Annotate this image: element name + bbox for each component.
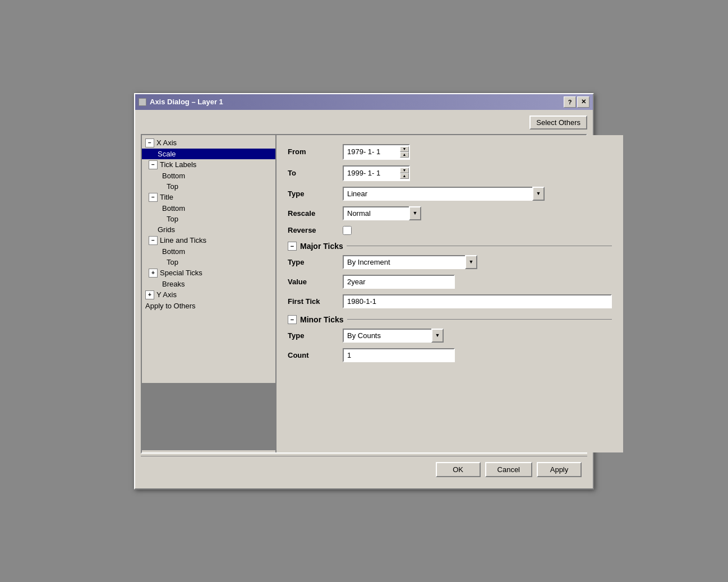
reverse-label: Reverse: [288, 226, 338, 234]
first-tick-row: First Tick: [288, 294, 612, 308]
tree-item-tick-bottom[interactable]: Bottom: [142, 170, 275, 181]
value-row: Value: [288, 275, 612, 289]
tree-item-tick-top[interactable]: Top: [142, 181, 275, 192]
minor-ticks-line: [347, 319, 612, 320]
major-type-row: Type By Increment By Counts None ▼: [288, 255, 612, 269]
tree-item-lt-bottom[interactable]: Bottom: [142, 246, 275, 257]
from-spin-down[interactable]: ▼: [400, 146, 409, 152]
title-bar-left: Axis Dialog – Layer 1: [139, 98, 223, 106]
help-button[interactable]: ?: [564, 96, 576, 108]
tree-items: − X Axis Scale − Tick Labels Bottom: [142, 137, 275, 383]
tree-label-tick-bottom: Bottom: [162, 172, 185, 180]
tree-label-apply-to-others: Apply to Others: [145, 302, 196, 310]
content-area: − X Axis Scale − Tick Labels Bottom: [141, 134, 587, 454]
tree-item-x-axis[interactable]: − X Axis: [142, 137, 275, 149]
from-label: From: [288, 147, 338, 156]
to-input[interactable]: [347, 169, 398, 177]
top-bar: Select Others: [141, 116, 587, 130]
tree-item-scale[interactable]: Scale: [142, 149, 275, 159]
to-spin-down[interactable]: ▼: [400, 168, 409, 173]
tree-item-title-bottom[interactable]: Bottom: [142, 203, 275, 214]
count-input[interactable]: [343, 348, 455, 362]
expand-x-axis[interactable]: −: [145, 138, 154, 147]
to-spin-up[interactable]: ▲: [400, 173, 409, 179]
window-title: Axis Dialog – Layer 1: [150, 98, 223, 106]
tree-label-line-ticks: Line and Ticks: [160, 236, 206, 244]
minor-type-select[interactable]: By Counts By Increment None: [343, 329, 444, 343]
tree-label-title-top: Top: [167, 215, 178, 223]
major-type-select-wrapper: By Increment By Counts None ▼: [343, 255, 477, 269]
tree-item-special-ticks[interactable]: + Special Ticks: [142, 267, 275, 279]
to-label: To: [288, 169, 338, 177]
close-button[interactable]: ✕: [577, 96, 589, 108]
dialog-body: Select Others − X Axis Scale: [135, 110, 593, 488]
to-input-wrapper: ▼ ▲: [343, 165, 410, 181]
tree-bottom-gray: [142, 383, 275, 450]
to-row: To ▼ ▲: [288, 165, 612, 181]
minor-type-select-wrapper: By Counts By Increment None ▼: [343, 329, 444, 343]
tree-item-tick-labels[interactable]: − Tick Labels: [142, 159, 275, 170]
from-input[interactable]: [347, 147, 398, 156]
expand-title[interactable]: −: [149, 193, 158, 202]
tree-label-lt-bottom: Bottom: [162, 247, 185, 256]
type-select[interactable]: Linear Log Date/Time: [343, 187, 545, 201]
count-row: Count: [288, 348, 612, 362]
type-select-wrapper: Linear Log Date/Time ▼: [343, 187, 545, 201]
bottom-bar: OK Cancel Apply: [141, 456, 587, 483]
tree-label-title: Title: [160, 193, 173, 201]
tree-item-y-axis[interactable]: + Y Axis: [142, 289, 275, 301]
minor-type-row: Type By Counts By Increment None ▼: [288, 329, 612, 343]
type-row: Type Linear Log Date/Time ▼: [288, 187, 612, 201]
minor-ticks-toggle[interactable]: −: [288, 315, 297, 324]
select-others-button[interactable]: Select Others: [529, 116, 587, 130]
value-label: Value: [288, 278, 338, 286]
tree-label-x-axis: X Axis: [156, 138, 177, 147]
tree-item-apply-to-others[interactable]: Apply to Others: [142, 301, 275, 311]
expand-special-ticks[interactable]: +: [149, 269, 158, 278]
title-bar-buttons: ? ✕: [564, 96, 589, 108]
tree-item-title[interactable]: − Title: [142, 192, 275, 203]
tree-label-special-ticks: Special Ticks: [160, 269, 202, 277]
rescale-select[interactable]: Normal Auto Fixed: [343, 206, 421, 220]
minor-ticks-header: − Minor Ticks: [288, 315, 612, 324]
tree-item-breaks[interactable]: Breaks: [142, 279, 275, 289]
rescale-label: Rescale: [288, 209, 338, 218]
expand-y-axis[interactable]: +: [145, 290, 154, 299]
tree-item-lt-top[interactable]: Top: [142, 257, 275, 267]
reverse-checkbox[interactable]: [343, 226, 352, 235]
tree-label-scale: Scale: [158, 150, 176, 158]
tree-label-title-bottom: Bottom: [162, 204, 185, 213]
axis-dialog: Axis Dialog – Layer 1 ? ✕ Select Others …: [134, 93, 594, 489]
tree-label-tick-top: Top: [167, 182, 178, 191]
first-tick-input[interactable]: [343, 294, 612, 308]
tree-panel: − X Axis Scale − Tick Labels Bottom: [142, 135, 277, 452]
apply-button[interactable]: Apply: [537, 462, 582, 477]
value-input[interactable]: [343, 275, 455, 289]
ok-button[interactable]: OK: [436, 462, 481, 477]
tree-label-breaks: Breaks: [162, 280, 185, 288]
minor-ticks-label: Minor Ticks: [300, 315, 344, 324]
type-label: Type: [288, 190, 338, 198]
title-bar: Axis Dialog – Layer 1 ? ✕: [135, 94, 593, 110]
tree-item-grids[interactable]: Grids: [142, 224, 275, 235]
major-ticks-toggle[interactable]: −: [288, 242, 297, 251]
reverse-row: Reverse: [288, 226, 612, 235]
expand-tick-labels[interactable]: −: [149, 160, 158, 169]
cancel-button[interactable]: Cancel: [485, 462, 532, 477]
window-icon: [139, 98, 146, 106]
tree-label-grids: Grids: [158, 225, 175, 234]
tree-label-lt-top: Top: [167, 258, 178, 266]
major-ticks-label: Major Ticks: [300, 242, 343, 251]
rescale-row: Rescale Normal Auto Fixed ▼: [288, 206, 612, 220]
from-row: From ▼ ▲: [288, 144, 612, 160]
tree-item-line-ticks[interactable]: − Line and Ticks: [142, 235, 275, 246]
tree-item-title-top[interactable]: Top: [142, 214, 275, 224]
right-panel: From ▼ ▲ To ▼: [277, 135, 623, 452]
major-type-select[interactable]: By Increment By Counts None: [343, 255, 477, 269]
major-ticks-line: [347, 246, 612, 246]
tree-label-tick-labels: Tick Labels: [160, 160, 196, 169]
major-ticks-header: − Major Ticks: [288, 242, 612, 251]
from-spin-up[interactable]: ▲: [400, 152, 409, 158]
major-type-label: Type: [288, 258, 338, 266]
expand-line-ticks[interactable]: −: [149, 236, 158, 245]
